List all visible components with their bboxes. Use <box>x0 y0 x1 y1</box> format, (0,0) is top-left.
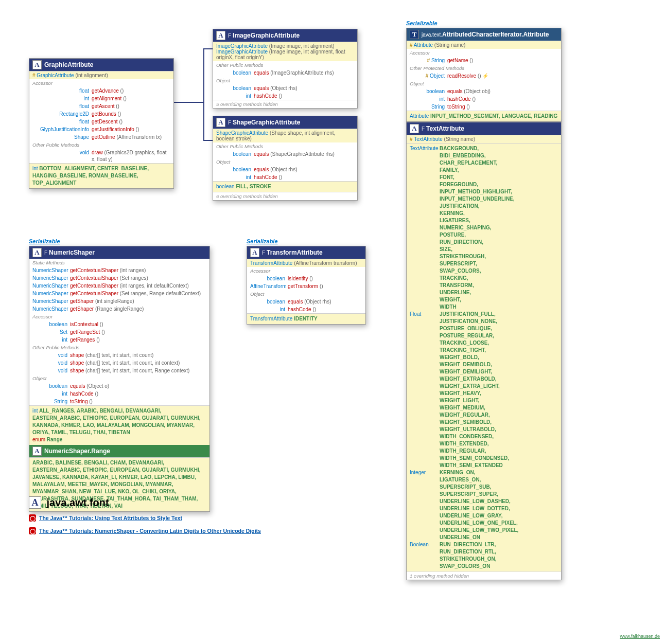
tutorial-link[interactable]: ◯The Java™ Tutorials: NumericShaper - Co… <box>29 527 261 534</box>
abstract-icon: A <box>29 496 41 509</box>
class-shape-graphic-attribute: AFShapeGraphicAttribute ShapeGraphicAttr… <box>213 116 358 201</box>
abstract-icon: A <box>32 60 42 69</box>
class-title: TextAttribute <box>426 125 464 132</box>
connector <box>203 48 214 49</box>
class-graphic-attribute: AGraphicAttribute # GraphicAttribute (in… <box>29 58 174 189</box>
class-text-attribute: AFTextAttribute # TextAttribute (String … <box>406 122 562 580</box>
class-title: TransformAttribute <box>267 249 323 256</box>
abstract-icon: A <box>216 118 225 127</box>
class-title: NumericShaper.Range <box>44 448 110 455</box>
connector <box>203 140 214 141</box>
class-numeric-shaper: AFNumericShaper Static Methods NumericSh… <box>29 246 210 512</box>
class-transform-attribute: AFTransformAttribute TransformAttribute … <box>247 246 366 325</box>
class-aci-attribute: Tjava.text.AttributedCharacterIterator.A… <box>406 28 562 122</box>
package-title: A java.awt.font <box>29 496 109 509</box>
oracle-icon: ◯ <box>29 514 36 522</box>
credit-link[interactable]: www.falkhausen.de <box>620 634 660 639</box>
connector <box>203 48 204 141</box>
serializable-label[interactable]: Serializable <box>247 238 278 244</box>
tutorial-link[interactable]: ◯The Java™ Tutorials: Using Text Attribu… <box>29 514 182 522</box>
class-title: ImageGraphicAttribute <box>233 32 300 39</box>
serializable-label[interactable]: Serializable <box>29 238 60 244</box>
class-title: ShapeGraphicAttribute <box>233 119 300 126</box>
abstract-icon: A <box>32 446 42 456</box>
class-image-graphic-attribute: AFImageGraphicAttribute ImageGraphicAttr… <box>213 29 358 109</box>
serializable-label[interactable]: Serializable <box>406 20 437 26</box>
class-title: AttributedCharacterIterator.Attribute <box>442 31 549 38</box>
class-title: GraphicAttribute <box>44 61 93 68</box>
abstract-icon: A <box>216 31 225 40</box>
abstract-icon: A <box>250 248 259 257</box>
oracle-icon: ◯ <box>29 527 36 534</box>
type-icon: T <box>410 30 419 39</box>
class-title: NumericShaper <box>49 249 95 256</box>
abstract-icon: A <box>32 248 42 257</box>
abstract-icon: A <box>410 124 419 133</box>
connector <box>173 102 204 103</box>
